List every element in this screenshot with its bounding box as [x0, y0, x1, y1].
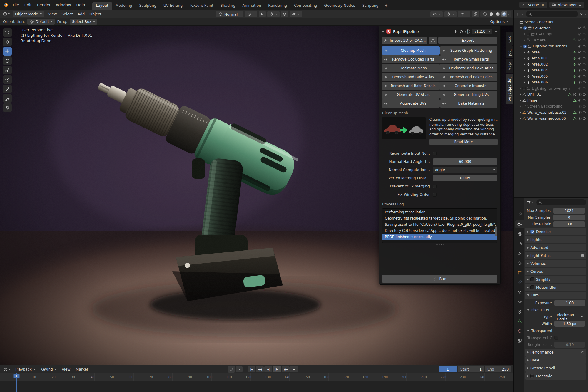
pivot-point-selector[interactable]: [245, 11, 257, 17]
hide-in-viewport-toggle[interactable]: [578, 38, 582, 42]
value-exposure[interactable]: 1.00: [554, 300, 585, 306]
menu-edit[interactable]: Edit: [22, 0, 34, 10]
tool-cursor[interactable]: [3, 38, 12, 46]
tool-select-box[interactable]: [3, 28, 12, 37]
checkbox-fix-winding-order[interactable]: [433, 193, 437, 197]
properties-tab-texture[interactable]: [515, 337, 524, 344]
filter-button[interactable]: [579, 11, 587, 17]
properties-search[interactable]: [536, 199, 586, 205]
hide-in-viewport-toggle[interactable]: [578, 68, 582, 72]
section-advanced[interactable]: Advanced: [525, 244, 586, 251]
exclude-checkbox[interactable]: [523, 26, 527, 30]
keying-set-selector[interactable]: [236, 366, 243, 372]
section-checkbox-denoise[interactable]: [530, 230, 534, 234]
value-roughness[interactable]: 0.10: [554, 342, 585, 348]
menu-render[interactable]: Render: [34, 0, 53, 10]
tool-scale[interactable]: [3, 66, 12, 74]
hide-in-viewport-toggle[interactable]: [578, 56, 582, 60]
disable-in-render-toggle[interactable]: [583, 26, 587, 30]
disable-in-render-toggle[interactable]: [583, 86, 587, 90]
properties-tab-modifiers[interactable]: [515, 279, 524, 286]
outliner-row-ligthing-for-render[interactable]: Ligthing for Render: [514, 43, 588, 49]
disable-in-render-toggle[interactable]: [583, 50, 587, 54]
sidebar-tab-rapidpipeline[interactable]: RapidPipeline: [506, 74, 513, 104]
workspace-tab-layout[interactable]: Layout: [92, 2, 112, 10]
exclude-checkbox[interactable]: [523, 45, 527, 48]
add-workspace-button[interactable]: +: [382, 2, 390, 10]
disclosure-closed-icon[interactable]: [527, 367, 529, 369]
sliders-icon[interactable]: [580, 254, 584, 257]
disclosure-open-icon[interactable]: [520, 27, 522, 29]
disclosure-closed-icon[interactable]: [520, 105, 521, 108]
disclosure-closed-icon[interactable]: [527, 278, 529, 281]
menu-help[interactable]: Help: [74, 0, 88, 10]
value-width[interactable]: 1.50 px: [554, 321, 585, 327]
section-motion-blur[interactable]: Motion Blur: [525, 284, 586, 291]
properties-tab-tool[interactable]: [515, 211, 524, 218]
jump-to-start-button[interactable]: |◀: [248, 366, 255, 372]
disable-in-render-toggle[interactable]: [583, 74, 587, 78]
disclosure-open-icon[interactable]: [527, 309, 529, 311]
sidebar-tab-item[interactable]: Item: [506, 32, 513, 46]
action-remesh-and-bake-decals[interactable]: Remesh and Bake Decals: [382, 82, 440, 90]
outliner-row-area-006[interactable]: Area.006: [514, 79, 588, 86]
section-curves[interactable]: Curves: [525, 268, 586, 275]
properties-tab-render[interactable]: [515, 220, 524, 228]
view-layer-selector[interactable]: ViewLayer: [549, 2, 584, 8]
disclosure-closed-icon[interactable]: [527, 286, 529, 289]
proportional-falloff-selector[interactable]: [290, 11, 302, 17]
disclosure-closed-icon[interactable]: [520, 111, 521, 114]
disclosure-closed-icon[interactable]: [527, 270, 529, 273]
workspace-tab-rendering[interactable]: Rendering: [265, 2, 290, 10]
disclosure-closed-icon[interactable]: [524, 75, 525, 78]
action-decimate-mesh[interactable]: Decimate Mesh: [382, 64, 440, 72]
disclosure-closed-icon[interactable]: [527, 254, 529, 257]
section-checkbox-motion-blur[interactable]: [530, 285, 534, 289]
dropdown-normal-computation[interactable]: angle: [433, 167, 497, 173]
viewport-menu-object[interactable]: Object: [87, 10, 104, 18]
read-more-button[interactable]: Read More: [429, 139, 498, 145]
workspace-tab-geometry-nodes[interactable]: Geometry Nodes: [321, 2, 359, 10]
log-resize-grip[interactable]: [382, 243, 497, 247]
viewport-menu-select[interactable]: Select: [59, 10, 75, 18]
action-cleanup-mesh[interactable]: Cleanup Mesh: [382, 46, 440, 55]
snap-target-selector[interactable]: [267, 11, 280, 17]
disclosure-closed-icon[interactable]: [524, 33, 525, 35]
disclosure-closed-icon[interactable]: [527, 351, 529, 354]
section-checkbox-simplify[interactable]: [530, 277, 534, 281]
outliner-search[interactable]: [526, 11, 578, 17]
disclosure-closed-icon[interactable]: [527, 239, 529, 241]
action-remesh-and-bake-holes[interactable]: Remesh and Bake Holes: [440, 73, 498, 81]
jump-to-end-button[interactable]: ▶|: [290, 366, 298, 372]
value-field-normal-hard-angle-t[interactable]: 60.000: [433, 158, 497, 165]
outliner-row-plane[interactable]: Plane: [514, 98, 588, 104]
action-remesh-and-bake-atlas[interactable]: Remesh and Bake Atlas: [382, 73, 440, 81]
outliner-row-area-005[interactable]: Area.005: [514, 73, 588, 80]
exclude-checkbox[interactable]: [522, 87, 526, 90]
current-frame-field[interactable]: 1: [439, 366, 457, 372]
section-light-paths[interactable]: Light Paths: [525, 252, 586, 259]
disclosure-closed-icon[interactable]: [520, 87, 521, 90]
disable-in-render-toggle[interactable]: [583, 93, 587, 96]
log-line[interactable]: Saving asset to file "C:\Users\T...or Pl…: [382, 222, 497, 228]
viewport-canvas[interactable]: User Perspective (1) Ligthing for Render…: [0, 26, 513, 365]
disclosure-closed-icon[interactable]: [524, 39, 525, 41]
value-field-vertex-merging-dista[interactable]: 0.005: [433, 175, 497, 181]
proportional-editing-toggle[interactable]: [281, 11, 288, 17]
hide-in-viewport-toggle[interactable]: [578, 105, 582, 108]
properties-tab-physics[interactable]: [515, 298, 524, 306]
action-bake-materials[interactable]: Bake Materials: [440, 99, 498, 108]
log-line[interactable]: Geometry fits requested target size. Ski…: [382, 215, 497, 222]
disclosure-closed-icon[interactable]: [524, 81, 525, 83]
unlink-scene-button[interactable]: [541, 3, 545, 7]
outliner-row-ligthing-for-overlay-im[interactable]: Ligthing for overlay im...: [514, 86, 588, 92]
jump-to-next-keyframe-button[interactable]: ▶▶: [282, 366, 290, 372]
workspace-tab-sculpting[interactable]: Sculpting: [136, 2, 160, 10]
import-button[interactable]: Import 3D or CAD...: [382, 37, 427, 44]
hide-in-viewport-toggle[interactable]: [578, 74, 582, 78]
action-generate-imposter[interactable]: Generate Imposter: [440, 82, 498, 90]
exclude-checkbox[interactable]: [527, 33, 530, 36]
hide-in-viewport-toggle[interactable]: [578, 93, 582, 96]
disclosure-closed-icon[interactable]: [524, 63, 525, 66]
outliner-row-scene-collection[interactable]: Scene Collection: [514, 19, 588, 25]
